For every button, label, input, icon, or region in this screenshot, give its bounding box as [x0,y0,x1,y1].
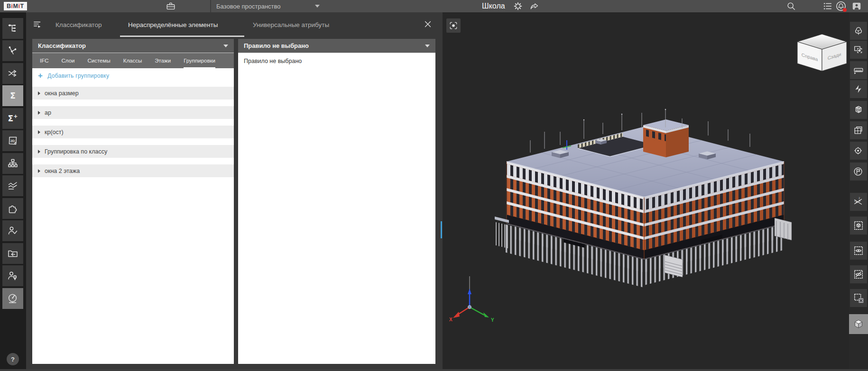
logo-letter: B [7,3,11,9]
classifier-dropdown[interactable]: Классификатор [32,39,234,53]
expand-triangle-icon [38,150,40,154]
viewport-3d[interactable]: Справа Сзади X Y [443,12,849,371]
node-connections-icon[interactable] [2,40,23,61]
logo-letter: T [20,3,24,9]
isolate-object-icon[interactable] [850,217,867,235]
selection-focus-icon[interactable] [850,41,867,59]
grouping-label: Группировка по классу [45,148,107,155]
classifier-column: Классификатор IFC Слои Системы Классы Эт… [32,39,234,364]
plus-icon: + [38,72,43,79]
tab-unallocated-elements[interactable]: Нераспределённые элементы [128,12,218,37]
sigma-glyph: Σ [8,115,14,123]
grouping-label: окна 2 этажа [45,168,80,174]
chevron-down-icon [425,45,430,47]
sigma-glyph: Σ [10,92,16,100]
compare-paths-icon[interactable]: 1 2 [850,193,867,211]
close-icon[interactable] [423,19,433,30]
locate-icon[interactable] [850,142,867,160]
tab-universal-attributes[interactable]: Универсальные атрибуты [253,12,329,37]
grouping-row[interactable]: Группировка по классу [32,145,234,158]
left-toolbar: Σ Σ+ 2D [0,12,26,371]
add-grouping-label: Добавить группировку [47,72,109,79]
rule-empty-text: Правило не выбрано [238,53,435,69]
subtab-layers[interactable]: Слои [62,53,75,68]
subtab-groupings[interactable]: Группировки [184,53,215,68]
flash-icon[interactable] [850,80,867,98]
compare-digit: 2 [859,197,860,199]
classifier-subtabs: IFC Слои Системы Классы Этажи Группировк… [32,53,234,68]
notification-badge [843,8,847,12]
expand-triangle-icon [38,130,40,134]
axes-gizmo[interactable]: X Y [445,271,499,325]
briefcase-icon[interactable] [165,0,176,12]
right-toolbar: 1 2 [849,12,868,371]
rule-content: Правило не выбрано [238,53,435,364]
plus-glyph: + [13,113,18,119]
search-icon[interactable] [785,0,797,12]
show-object-icon[interactable] [850,242,867,260]
settings-gear-icon[interactable] [512,0,524,12]
user-location-icon[interactable] [2,265,23,286]
groupings-list: + Добавить группировку окна размер ар кр… [32,68,234,364]
panel-resize-handle[interactable] [441,221,442,238]
fit-view-button[interactable] [446,18,461,33]
grouping-row[interactable]: окна 2 этажа [32,164,234,177]
subtab-floors[interactable]: Этажи [155,53,171,68]
grouping-row[interactable]: ар [32,106,234,119]
gauge-icon[interactable] [2,288,23,309]
ruler-icon[interactable] [850,61,867,79]
hide-object-icon[interactable] [850,265,867,283]
floorplan-icon[interactable] [850,121,867,139]
subtab-classes[interactable]: Классы [123,53,142,68]
rule-dropdown[interactable]: Правило не выбрано [238,39,435,53]
user-check-icon[interactable] [2,220,23,241]
hierarchy-icon[interactable] [2,153,23,174]
shuffle-icon[interactable] [2,63,23,84]
classifier-dropdown-value: Классификатор [38,42,86,49]
classifier-panel: Классификатор Нераспределённые элементы … [26,12,443,371]
topbar-divider [210,0,211,12]
add-grouping-button[interactable]: + Добавить группировку [32,68,234,79]
window-bottom-edge [0,369,868,371]
2d-view-icon[interactable]: 2D [2,130,23,151]
expand-triangle-icon [38,91,40,95]
list-menu-icon[interactable] [822,0,833,12]
active-tab-underline [120,36,244,37]
structure-tree-icon[interactable] [2,18,23,39]
share-icon[interactable] [528,0,540,12]
deselect-icon[interactable] [850,289,867,307]
logo-letter: M [13,3,18,9]
subtab-systems[interactable]: Системы [88,53,111,68]
chevron-down-icon [223,45,228,47]
grouping-row[interactable]: кр(ост) [32,126,234,138]
axis-x-label: X [449,317,452,322]
chart-lines-icon[interactable] [2,175,23,196]
grouping-row[interactable]: окна размер [32,87,234,100]
plugins-puzzle-icon[interactable] [2,198,23,219]
grouping-label: окна размер [45,90,79,97]
panel-menu-icon[interactable] [33,19,43,30]
solid-cube-icon[interactable] [849,314,868,334]
subtab-ifc[interactable]: IFC [40,53,49,68]
3d-model-building[interactable] [443,12,849,371]
sigma-plus-icon[interactable]: Σ+ [2,108,23,129]
sigma-icon[interactable]: Σ [2,85,23,106]
notifications-icon[interactable] [835,0,847,12]
tab-classifier[interactable]: Классификатор [55,12,102,37]
app-logo[interactable]: BiMiT [4,2,27,10]
view-cube[interactable]: Справа Сзади [790,29,849,74]
top-bar: BiMiT Базовое пространство Школа [0,0,868,12]
project-title: Школа [482,0,505,12]
flag-icon[interactable] [850,163,867,181]
help-button[interactable]: ? [7,353,19,365]
section-box-icon[interactable] [850,101,867,119]
workspace-label: Базовое пространство [216,3,281,10]
axis-y-label: Y [491,317,494,323]
tree-icon[interactable] [850,22,867,40]
expand-triangle-icon [38,169,40,173]
chevron-down-icon [315,5,320,8]
grouping-label: кр(ост) [45,129,64,136]
workspace-selector[interactable]: Базовое пространство [216,0,320,12]
folder-share-icon[interactable] [2,243,23,264]
account-icon[interactable] [851,0,862,12]
